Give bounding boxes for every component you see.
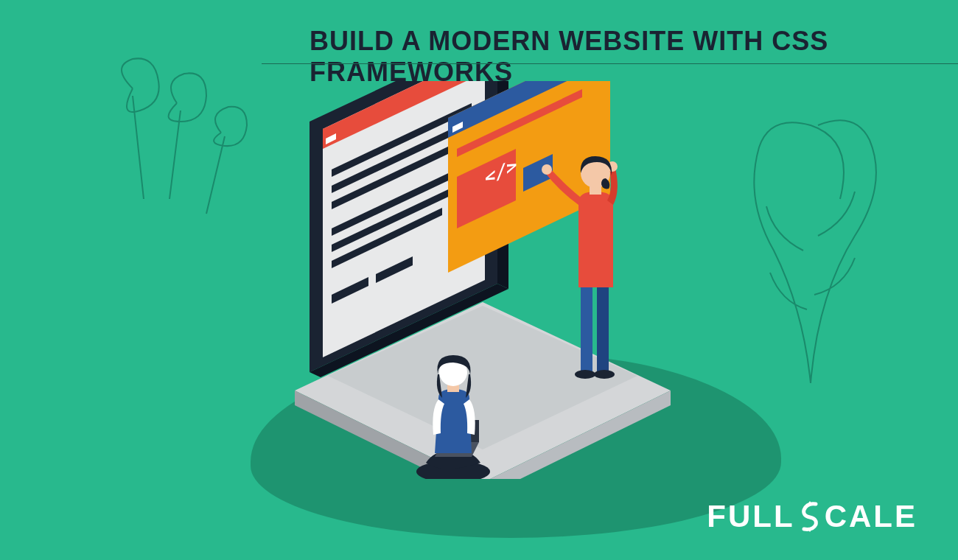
laptop-illustration: </> — [287, 81, 678, 479]
brand-logo: FULL CALE — [707, 499, 917, 534]
logo-word-full: FULL — [707, 499, 794, 534]
svg-rect-26 — [597, 284, 609, 372]
page-title: BUILD A MODERN WEBSITE WITH CSS FRAMEWOR… — [310, 26, 914, 88]
svg-point-28 — [594, 370, 615, 379]
title-underline — [262, 63, 958, 64]
leaf-decoration-right — [700, 103, 921, 398]
svg-point-27 — [575, 370, 595, 379]
leaf-decoration-left — [88, 52, 273, 236]
logo-s-icon — [800, 501, 820, 532]
logo-word-cale: CALE — [825, 499, 917, 534]
svg-point-29 — [542, 164, 552, 175]
svg-rect-25 — [581, 284, 592, 372]
